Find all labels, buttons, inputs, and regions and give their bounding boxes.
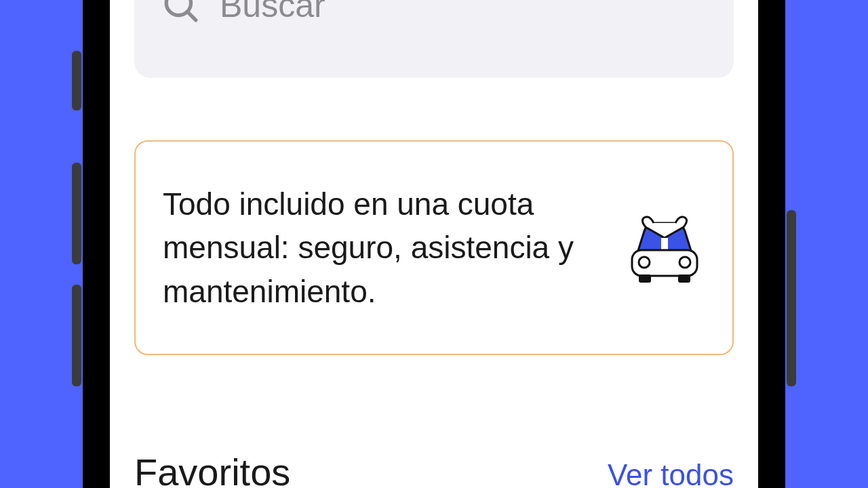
- svg-point-4: [679, 257, 690, 268]
- car-gift-icon: [624, 211, 705, 285]
- svg-line-1: [188, 12, 196, 20]
- search-input[interactable]: Buscar: [134, 0, 734, 78]
- favorites-title: Favoritos: [134, 450, 290, 488]
- favorites-header: Favoritos Ver todos: [134, 450, 734, 488]
- svg-rect-5: [639, 274, 651, 283]
- svg-point-3: [639, 257, 650, 268]
- phone-volume-down-button: [72, 285, 81, 386]
- screen: Buscar Todo incluido en una cuota mensua…: [110, 0, 758, 488]
- search-placeholder: Buscar: [220, 0, 326, 25]
- phone-mute-switch: [72, 51, 81, 110]
- promo-text: Todo incluido en una cuota mensual: segu…: [163, 182, 597, 313]
- phone-frame: Buscar Todo incluido en una cuota mensua…: [83, 0, 785, 488]
- search-icon: [161, 0, 201, 25]
- phone-volume-up-button: [72, 163, 81, 264]
- see-all-link[interactable]: Ver todos: [608, 458, 734, 488]
- svg-rect-6: [678, 274, 690, 283]
- promo-card[interactable]: Todo incluido en una cuota mensual: segu…: [134, 140, 734, 355]
- phone-power-button: [787, 210, 796, 386]
